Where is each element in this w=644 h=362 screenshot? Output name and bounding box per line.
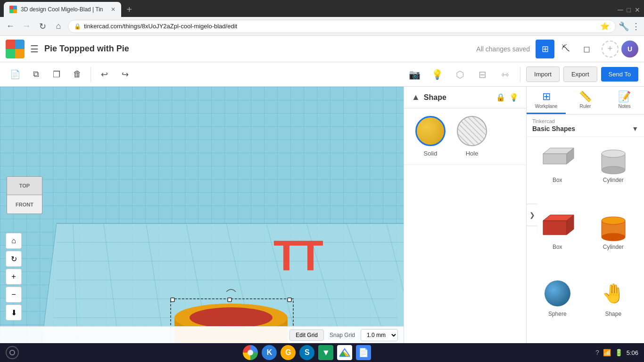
shape-tool-button[interactable]: ⬡ — [450, 65, 469, 84]
shapes-library: ⊞ Workplane 📏 Ruler 📝 Notes Tinkercad Ba… — [526, 87, 644, 343]
svg-point-26 — [190, 307, 272, 328]
docs-icon[interactable]: 📄 — [356, 345, 371, 360]
reload-button[interactable]: ↻ — [36, 20, 49, 33]
copy-button[interactable]: ⧉ — [26, 65, 45, 84]
tinkercad-logo — [6, 40, 25, 58]
drive-icon[interactable] — [337, 345, 352, 360]
camera-icon-button[interactable]: 📷 — [405, 65, 424, 84]
info-button[interactable]: 💡 — [509, 93, 519, 102]
sphere-thumb — [538, 278, 576, 309]
import-button[interactable]: Import — [526, 66, 560, 82]
box-gray-label: Box — [553, 177, 562, 183]
shapes-grid: Box Cylinder — [527, 137, 644, 343]
viewport[interactable]: TT Workplan — [0, 87, 404, 343]
shape-sphere-blue[interactable]: Sphere — [530, 274, 585, 339]
tab-workplane[interactable]: ⊞ Workplane — [527, 87, 566, 114]
cyl-gray-thumb — [594, 144, 632, 175]
undo-button[interactable]: ↩ — [95, 65, 114, 84]
extensions-icon[interactable]: 🔧 — [619, 21, 629, 32]
cube-top-face: TOP — [7, 176, 42, 195]
ruler-tab-icon: 📏 — [579, 90, 592, 103]
shape-cylinder-gray[interactable]: Cylinder — [586, 140, 641, 206]
maximize-icon[interactable]: □ — [627, 6, 631, 14]
tab-favicon — [9, 6, 17, 13]
edit-grid-button[interactable]: Edit Grid — [289, 329, 324, 341]
browser-tab[interactable]: 3D design Cool Migelo-Blad | Tin ✕ — [4, 2, 121, 17]
grid-view-button[interactable]: ⊞ — [536, 40, 554, 58]
shape-panel: ▲ Shape 🔒 💡 Solid Hole — [404, 87, 526, 343]
tab-close-icon[interactable]: ✕ — [111, 6, 116, 13]
tab-title: 3D design Cool Migelo-Blad | Tin — [21, 6, 103, 13]
user-area: + U — [602, 41, 638, 58]
g-icon[interactable]: G — [281, 345, 296, 360]
user-avatar[interactable]: U — [621, 41, 638, 58]
forward-button[interactable]: → — [20, 20, 33, 33]
export-button[interactable]: Export — [563, 66, 597, 82]
collapse-panel-button[interactable]: ▲ — [412, 92, 420, 102]
tab-ruler[interactable]: 📏 Ruler — [566, 87, 605, 114]
taskbar-system: ? 📶 🔋 5:06 — [595, 349, 638, 356]
lock-icon: 🔒 — [74, 23, 81, 30]
right-toolbar: 📷 💡 ⬡ ⊟ ⇿ Import Export Send To — [405, 65, 638, 84]
shapes-view-button[interactable]: ◻ — [577, 40, 596, 58]
home-view-button[interactable]: ⌂ — [6, 233, 22, 249]
address-bar[interactable]: 🔒 tinkercad.com/things/8xUoJY2aZpl-cool-… — [68, 20, 616, 33]
tab-notes[interactable]: 📝 Notes — [605, 87, 644, 114]
notes-tab-icon: 📝 — [618, 90, 631, 103]
workplane-tab-icon: ⊞ — [542, 90, 551, 103]
align-button[interactable]: ⊟ — [473, 65, 492, 84]
logo-q2 — [15, 40, 25, 49]
shape-cylinder-orange[interactable]: Cylinder — [586, 207, 641, 272]
send-to-button[interactable]: Send To — [601, 67, 638, 82]
solid-label: Solid — [424, 150, 438, 157]
close-icon[interactable]: ✕ — [635, 6, 640, 14]
hamburger-button[interactable]: ☰ — [30, 43, 39, 55]
lock-button[interactable]: 🔒 — [496, 93, 505, 102]
library-dropdown-icon[interactable]: ▼ — [632, 125, 638, 132]
cube-front-face: FRONT — [7, 195, 42, 214]
snap-grid-select[interactable]: 1.0 mm — [361, 329, 398, 341]
home-button[interactable]: ⌂ — [52, 20, 65, 33]
zoom-in-button[interactable]: + — [6, 269, 22, 285]
minimize-icon[interactable]: ─ — [618, 6, 623, 14]
taskbar: K G S ▼ 📄 ? 📶 🔋 5:06 — [0, 343, 644, 362]
keep-icon[interactable]: ▼ — [318, 345, 333, 360]
new-tab-button[interactable]: + — [123, 2, 136, 17]
panel-collapse-arrow[interactable]: ❯ — [526, 204, 537, 226]
workplane-svg: TT Workplan — [0, 87, 404, 343]
shape-box-red[interactable]: Box — [530, 207, 585, 272]
view-controls: ⌂ ↻ + − ⬇ — [6, 233, 22, 321]
s-icon[interactable]: S — [299, 345, 314, 360]
sphere-label: Sphere — [548, 311, 567, 317]
tools-view-button[interactable]: ⛏ — [556, 40, 575, 58]
duplicate-button[interactable]: ❐ — [47, 65, 66, 84]
solid-option[interactable]: Solid — [415, 116, 446, 157]
back-button[interactable]: ← — [4, 20, 17, 33]
chrome-icon[interactable] — [243, 345, 258, 360]
bulb-icon-button[interactable]: 💡 — [428, 65, 446, 84]
svg-rect-28 — [171, 298, 174, 302]
svg-marker-42 — [543, 221, 567, 235]
help-icon: ? — [595, 349, 599, 356]
cyl-orange-thumb — [594, 211, 632, 242]
more-menu-icon[interactable]: ⋮ — [632, 21, 640, 32]
hole-circle — [457, 116, 487, 146]
project-name: Pie Toppped with Pie — [44, 44, 129, 54]
orientation-cube[interactable]: TOP FRONT — [7, 176, 42, 214]
zoom-out-button[interactable]: − — [6, 287, 22, 303]
delete-button[interactable]: 🗑 — [68, 65, 87, 84]
mirror-button[interactable]: ⇿ — [495, 65, 514, 84]
redo-button[interactable]: ↪ — [116, 65, 134, 84]
k-icon[interactable]: K — [262, 345, 277, 360]
svg-point-40 — [602, 166, 625, 174]
rotate-view-button[interactable]: ↻ — [6, 251, 22, 267]
taskbar-circle[interactable] — [6, 346, 19, 359]
hole-option[interactable]: Hole — [457, 116, 487, 157]
add-user-button[interactable]: + — [602, 41, 619, 58]
shape-box-gray[interactable]: Box — [530, 140, 585, 206]
new-shape-button[interactable]: 📄 — [6, 65, 25, 84]
shape-hand[interactable]: 🤚 Shape — [586, 274, 641, 339]
shape-options: Solid Hole — [404, 108, 526, 165]
svg-rect-29 — [288, 298, 291, 302]
download-view-button[interactable]: ⬇ — [6, 304, 22, 321]
